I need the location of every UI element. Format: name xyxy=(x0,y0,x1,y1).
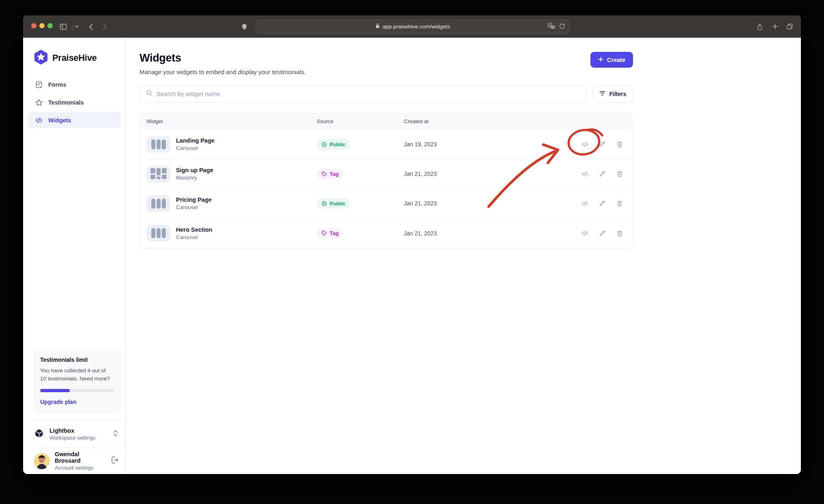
minimize-window-button[interactable] xyxy=(39,23,45,28)
limit-progress-fill xyxy=(40,389,70,392)
column-created-at: Created at xyxy=(404,118,626,124)
get-code-button[interactable] xyxy=(578,138,591,151)
page-title: Widgets xyxy=(139,52,306,64)
new-tab-icon[interactable] xyxy=(770,15,779,38)
workspace-name: Lightbox xyxy=(49,427,107,434)
widget-thumbnail: ‹› xyxy=(146,195,170,212)
source-badge: Public xyxy=(317,139,350,149)
delete-button[interactable] xyxy=(613,138,626,151)
privacy-shield-icon[interactable] xyxy=(240,15,249,38)
browser-window: app.praisehive.com/widgets xyxy=(23,15,801,474)
form-icon xyxy=(35,81,43,89)
sidebar-item-testimonials[interactable]: Testimonials xyxy=(28,94,121,110)
brand[interactable]: PraiseHive xyxy=(23,38,126,66)
account-name: Gwendal Brossard xyxy=(55,451,105,464)
search-input[interactable] xyxy=(157,90,581,97)
padlock-icon xyxy=(375,23,380,30)
chevron-down-icon[interactable] xyxy=(73,15,80,38)
source-badge: Tag xyxy=(317,228,343,239)
tab-overview-icon[interactable] xyxy=(785,15,794,38)
get-code-button[interactable] xyxy=(578,167,591,180)
search-icon xyxy=(146,90,152,98)
table-row[interactable]: ‹› Hero Section Carousel Tag xyxy=(140,218,633,248)
address-bar[interactable]: app.praisehive.com/widgets xyxy=(255,19,570,34)
column-source: Source xyxy=(317,118,404,124)
widget-type: Carousel xyxy=(176,204,212,210)
create-button[interactable]: Create xyxy=(590,52,633,68)
edit-button[interactable] xyxy=(596,138,609,151)
delete-button[interactable] xyxy=(613,197,626,210)
sidebar-item-label: Widgets xyxy=(48,117,71,124)
delete-button[interactable] xyxy=(613,227,626,240)
widget-name: Pricing Page xyxy=(176,196,212,203)
browser-titlebar: app.praisehive.com/widgets xyxy=(23,15,801,38)
star-icon xyxy=(35,98,43,107)
zoom-window-button[interactable] xyxy=(47,23,53,28)
table-row[interactable]: ‹› Pricing Page Carousel Public xyxy=(140,189,633,218)
created-at: Jan 21, 2023 xyxy=(404,171,578,177)
cube-icon xyxy=(34,428,45,440)
widget-name: Sign up Page xyxy=(176,167,213,173)
logout-icon[interactable] xyxy=(110,455,119,466)
close-window-button[interactable] xyxy=(31,23,36,28)
reload-icon[interactable] xyxy=(559,23,565,30)
search-box xyxy=(139,85,587,103)
page-subtitle: Manage your widgets to embed and display… xyxy=(139,68,306,75)
created-at: Jan 21, 2023 xyxy=(404,230,578,237)
widget-thumbnail: ‹› xyxy=(146,225,170,241)
plus-icon xyxy=(598,57,603,63)
widget-type: Masonry xyxy=(176,175,213,181)
edit-button[interactable] xyxy=(596,227,609,240)
account-row[interactable]: Gwendal Brossard Account settings xyxy=(23,447,126,474)
limit-body: You have collected 4 out of 10 testimoni… xyxy=(40,367,114,383)
forward-button-icon[interactable] xyxy=(101,15,109,38)
toolbar-divider xyxy=(73,23,73,30)
filters-button[interactable]: Filters xyxy=(593,85,633,103)
widget-thumbnail: ‹› xyxy=(146,166,170,182)
table-row[interactable]: ‹› Sign up Page Masonry Tag xyxy=(140,159,633,189)
get-code-button[interactable] xyxy=(578,227,591,240)
share-icon[interactable] xyxy=(755,15,764,38)
delete-button[interactable] xyxy=(613,167,626,180)
widget-thumbnail: ‹› xyxy=(146,136,170,153)
eye-icon xyxy=(321,201,327,207)
get-code-button[interactable] xyxy=(578,197,591,210)
source-badge: Public xyxy=(317,198,350,209)
upgrade-plan-link[interactable]: Upgrade plan xyxy=(40,399,76,405)
workspace-subtitle: Workspace settings xyxy=(49,435,107,441)
brand-name: PraiseHive xyxy=(52,53,97,63)
created-at: Jan 21, 2023 xyxy=(404,200,578,207)
eye-icon xyxy=(321,141,327,147)
back-button-icon[interactable] xyxy=(87,15,95,38)
column-widget: Widget xyxy=(146,118,317,124)
sidebar-item-widgets[interactable]: Widgets xyxy=(28,112,121,128)
widget-name: Landing Page xyxy=(176,137,215,144)
widget-name: Hero Section xyxy=(176,226,212,233)
created-at: Jan 19, 2023 xyxy=(404,141,578,147)
widget-type: Carousel xyxy=(176,234,212,240)
source-badge: Tag xyxy=(317,169,343,179)
tag-icon xyxy=(321,171,327,177)
widgets-table: Widget Source Created at ‹› xyxy=(139,113,633,248)
sidebar-toggle-icon[interactable] xyxy=(59,15,68,38)
account-subtitle: Account settings xyxy=(55,465,105,471)
filter-icon xyxy=(599,91,605,97)
main-content: Widgets Manage your widgets to embed and… xyxy=(126,38,801,474)
sidebar-item-label: Forms xyxy=(48,81,66,88)
workspace-switcher[interactable]: Lightbox Workspace settings xyxy=(23,421,126,447)
tag-icon xyxy=(321,230,327,236)
selector-chevrons-icon[interactable] xyxy=(112,429,119,439)
widget-type: Carousel xyxy=(176,145,215,151)
testimonials-limit-card: Testimonials limit You have collected 4 … xyxy=(34,350,121,414)
sidebar-item-forms[interactable]: Forms xyxy=(28,77,121,92)
code-icon xyxy=(35,116,43,124)
avatar xyxy=(34,453,50,469)
sidebar: PraiseHive Forms xyxy=(23,38,126,474)
sidebar-item-label: Testimonials xyxy=(48,99,84,106)
edit-button[interactable] xyxy=(596,167,609,180)
praisehive-logo-icon xyxy=(34,50,48,66)
table-header: Widget Source Created at xyxy=(140,113,633,130)
translate-icon[interactable] xyxy=(547,23,555,30)
edit-button[interactable] xyxy=(596,197,609,210)
table-row[interactable]: ‹› Landing Page Carousel Public xyxy=(140,130,633,159)
